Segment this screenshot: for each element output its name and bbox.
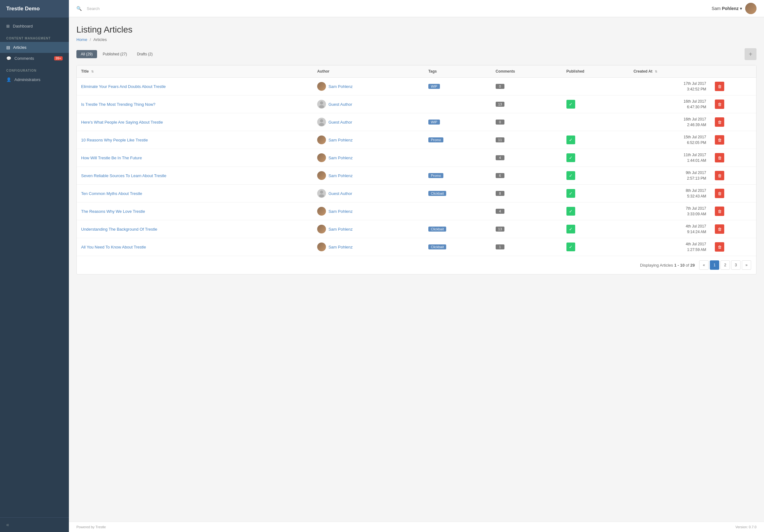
sidebar-footer: « (0, 517, 69, 532)
author-name[interactable]: Sam Pohlenz (328, 84, 353, 89)
article-title-link[interactable]: Seven Reliable Sources To Learn About Tr… (81, 173, 166, 178)
col-comments: Comments (491, 66, 562, 77)
delete-button[interactable]: 🗑 (715, 135, 724, 145)
created-at: 4th Jul 20171:27:59 AM (629, 238, 710, 256)
col-published: Published (562, 66, 629, 77)
filter-all[interactable]: All (29) (77, 50, 97, 58)
delete-button[interactable]: 🗑 (715, 206, 724, 216)
published-check: ✓ (566, 207, 575, 215)
author-avatar (317, 225, 326, 233)
delete-button[interactable]: 🗑 (715, 189, 724, 198)
comments-count: 6 (496, 173, 504, 178)
collapse-icon[interactable]: « (6, 522, 9, 527)
svg-point-1 (319, 105, 324, 108)
author-name[interactable]: Sam Pohlenz (328, 245, 353, 249)
author-cell: Sam Pohlenz (317, 171, 420, 180)
author-cell: Sam Pohlenz (317, 225, 420, 233)
sidebar: Trestle Demo ⊞ Dashboard CONTENT MANAGEM… (0, 0, 69, 532)
article-title-link[interactable]: Ten Common Myths About Trestle (81, 191, 142, 196)
created-at: 9th Jul 20172:57:13 PM (629, 167, 710, 185)
sidebar-item-comments[interactable]: 💬 Comments 99+ (0, 53, 69, 64)
delete-button[interactable]: 🗑 (715, 171, 724, 180)
filter-published[interactable]: Published (27) (98, 50, 131, 58)
article-title-link[interactable]: Eliminate Your Fears And Doubts About Tr… (81, 84, 166, 89)
sidebar-item-articles[interactable]: ▤ Articles (0, 42, 69, 53)
created-at: 15th Jul 20176:52:05 PM (629, 131, 710, 149)
published-check: ✓ (566, 242, 575, 251)
author-name[interactable]: Sam Pohlenz (328, 209, 353, 214)
tag-badge: Clickbait (428, 244, 447, 249)
author-name[interactable]: Sam Pohlenz (328, 227, 353, 231)
table-row: Here's What People Are Saying About Tres… (77, 113, 756, 131)
author-avatar (317, 100, 326, 109)
delete-button[interactable]: 🗑 (715, 99, 724, 109)
published-check: ✓ (566, 189, 575, 198)
breadcrumb-home[interactable]: Home (77, 37, 88, 42)
tag-badge: Promo (428, 137, 443, 142)
article-title-link[interactable]: All You Need To Know About Trestle (81, 245, 146, 249)
comments-count: 13 (496, 102, 504, 107)
article-title-link[interactable]: The Reasons Why We Love Trestle (81, 209, 145, 214)
article-title-link[interactable]: Understanding The Background Of Trestle (81, 227, 157, 231)
author-cell: Guest Author (317, 100, 420, 109)
sort-title-icon[interactable]: ⇅ (91, 70, 94, 73)
search-input[interactable] (87, 6, 156, 11)
article-title-link[interactable]: Here's What People Are Saying About Tres… (81, 120, 163, 125)
table-row: Eliminate Your Fears And Doubts About Tr… (77, 77, 756, 95)
author-avatar (317, 171, 326, 180)
sidebar-item-label: Administrators (14, 77, 40, 82)
delete-button[interactable]: 🗑 (715, 242, 724, 252)
delete-button[interactable]: 🗑 (715, 224, 724, 234)
page-2[interactable]: 2 (720, 260, 730, 270)
footer-right: Version: 0.7.0 (735, 525, 756, 529)
pagination: Displaying Articles 1 - 10 of 29 « 1 2 3… (77, 256, 756, 274)
sidebar-item-administrators[interactable]: 👤 Administrators (0, 74, 69, 85)
author-cell: Sam Pohlenz (317, 242, 420, 251)
author-name[interactable]: Sam Pohlenz (328, 156, 353, 160)
author-name[interactable]: Sam Pohlenz (328, 173, 353, 178)
sidebar-item-dashboard[interactable]: ⊞ Dashboard (0, 21, 69, 32)
article-title-link[interactable]: 10 Reasons Why People Like Trestle (81, 138, 148, 142)
articles-icon: ▤ (6, 45, 10, 50)
created-at: 17th Jul 20173:42:52 PM (629, 77, 710, 95)
article-title-link[interactable]: How Will Trestle Be In The Future (81, 156, 142, 160)
page-last[interactable]: » (742, 260, 751, 270)
delete-button[interactable]: 🗑 (715, 153, 724, 162)
page-first[interactable]: « (699, 260, 708, 270)
sort-date-icon[interactable]: ⇅ (655, 70, 657, 73)
col-title: Title ⇅ (77, 66, 313, 77)
delete-button[interactable]: 🗑 (715, 117, 724, 127)
tag-badge: Clickbait (428, 226, 447, 231)
delete-button[interactable]: 🗑 (715, 82, 724, 91)
page-1[interactable]: 1 (710, 260, 719, 270)
table-header-row: Title ⇅ Author Tags Comments Published C… (77, 66, 756, 77)
main-area: 🔍 Sam Pohlenz ▾ Listing Articles Home / … (69, 0, 764, 532)
table-row: 10 Reasons Why People Like Trestle Sam P… (77, 131, 756, 149)
page-3[interactable]: 3 (731, 260, 740, 270)
header-user[interactable]: Sam Pohlenz ▾ (712, 3, 756, 14)
add-article-button[interactable]: + (745, 48, 756, 60)
table-row: Understanding The Background Of Trestle … (77, 220, 756, 238)
created-at: 16th Jul 20172:46:39 AM (629, 113, 710, 131)
author-name[interactable]: Sam Pohlenz (328, 138, 353, 142)
comments-count: 0 (496, 84, 504, 89)
created-at: 4th Jul 20179:14:24 AM (629, 220, 710, 238)
col-author: Author (313, 66, 424, 77)
page-title: Listing Articles (77, 25, 756, 35)
author-name[interactable]: Guest Author (328, 120, 352, 125)
filter-drafts[interactable]: Drafts (2) (132, 50, 157, 58)
footer-left: Powered by Trestle (77, 525, 106, 529)
table-row: Seven Reliable Sources To Learn About Tr… (77, 167, 756, 185)
svg-point-3 (319, 123, 324, 126)
published-check: ✓ (566, 225, 575, 233)
author-cell: Sam Pohlenz (317, 136, 420, 144)
published-check: ✓ (566, 171, 575, 180)
comments-count: 0 (496, 120, 504, 125)
author-avatar (317, 153, 326, 162)
author-name[interactable]: Guest Author (328, 102, 352, 107)
comments-icon: 💬 (6, 56, 11, 61)
author-name[interactable]: Guest Author (328, 191, 352, 196)
author-avatar (317, 136, 326, 144)
article-title-link[interactable]: Is Trestle The Most Trending Thing Now? (81, 102, 155, 107)
breadcrumb-current: Articles (93, 37, 107, 42)
